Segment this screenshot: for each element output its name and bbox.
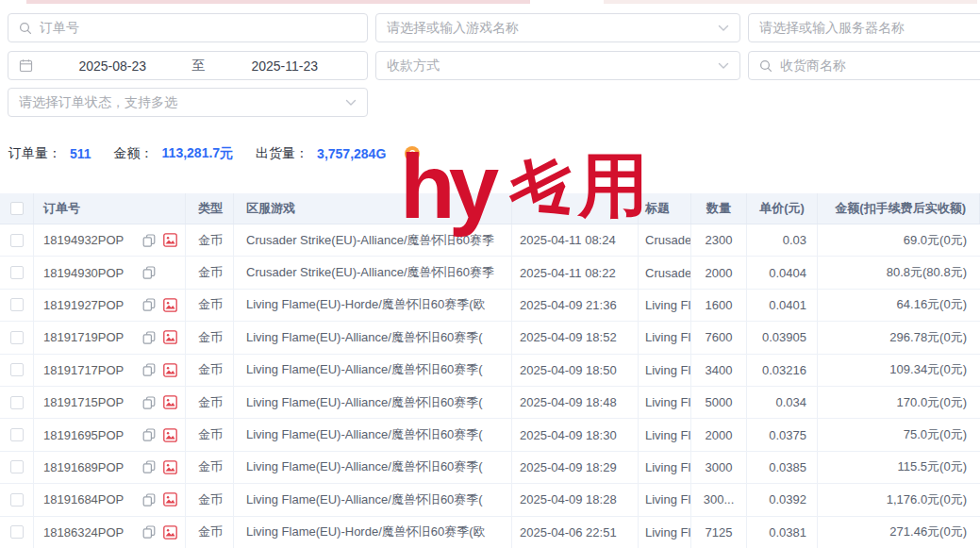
help-question-icon[interactable]: ? xyxy=(405,146,420,161)
amount-cell: 109.34元(0元) xyxy=(818,355,980,386)
row-checkbox[interactable] xyxy=(10,298,24,311)
qty-cell: 300... xyxy=(691,484,747,515)
unit-price-cell: 0.03216 xyxy=(747,355,818,386)
stat-shipment-label: 出货量： xyxy=(256,145,308,162)
copy-icon[interactable] xyxy=(142,396,156,409)
row-checkbox[interactable] xyxy=(10,363,24,376)
order-no-cell: 18191719POP xyxy=(34,322,186,353)
qty-cell: 2000 xyxy=(691,419,747,450)
stat-order-count: 订单量： 511 xyxy=(8,145,91,162)
unit-price-cell: 0.03905 xyxy=(747,322,818,353)
row-select-cell xyxy=(0,290,34,321)
row-checkbox[interactable] xyxy=(10,396,24,409)
unit-price-cell: 0.0404 xyxy=(747,257,818,288)
copy-icon[interactable] xyxy=(142,266,156,279)
header-order-no: 订单号 xyxy=(34,193,186,224)
unit-price-cell: 0.0375 xyxy=(747,419,818,450)
server-name-input[interactable]: 请选择或输入服务器名称 xyxy=(748,13,980,42)
type-cell: 金币 xyxy=(186,257,234,288)
copy-icon[interactable] xyxy=(142,363,156,376)
copy-icon[interactable] xyxy=(142,298,156,311)
order-no-cell: 18194932POP xyxy=(34,224,186,256)
receiver-name-input[interactable]: 收货商名称 xyxy=(748,51,980,80)
qty-cell: 1600 xyxy=(691,290,747,321)
table-row: 18194930POP 金币 Crusader Strike(EU)-Allia… xyxy=(0,257,980,289)
select-all-checkbox[interactable] xyxy=(10,202,24,215)
chevron-down-icon xyxy=(345,99,357,107)
header-time xyxy=(512,193,639,224)
stats-bar: 订单量： 511 金额： 113,281.7元 出货量： 3,757,284G … xyxy=(8,145,420,162)
server-game-cell: Living Flame(EU)-Horde/魔兽怀旧60赛季(欧 xyxy=(234,290,512,321)
server-game-cell: Living Flame(EU)-Alliance/魔兽怀旧60赛季( xyxy=(234,387,512,418)
order-number-input[interactable]: 订单号 xyxy=(8,13,368,42)
row-checkbox[interactable] xyxy=(10,331,24,344)
image-icon[interactable] xyxy=(163,460,177,474)
time-cell: 2025-04-09 18:29 xyxy=(512,452,639,483)
image-icon[interactable] xyxy=(163,233,177,247)
qty-cell: 3400 xyxy=(691,355,747,386)
order-status-select[interactable]: 请选择订单状态，支持多选 xyxy=(8,88,368,117)
type-cell: 金币 xyxy=(186,484,234,515)
row-checkbox[interactable] xyxy=(10,525,24,539)
chevron-down-icon xyxy=(718,62,729,70)
time-cell: 2025-04-09 18:28 xyxy=(512,484,639,515)
order-no-value: 18191715POP xyxy=(43,395,135,409)
time-cell: 2025-04-09 18:52 xyxy=(512,322,639,353)
date-end-value[interactable]: 2025-11-23 xyxy=(213,58,357,74)
header-amount: 金额(扣手续费后实收额) xyxy=(818,193,980,224)
server-game-cell: Living Flame(EU)-Horde/魔兽怀旧60赛季(欧 xyxy=(234,517,512,548)
select-all-cell xyxy=(0,193,34,224)
stat-shipment-value: 3,757,284G xyxy=(317,146,386,161)
image-icon[interactable] xyxy=(163,525,177,540)
image-icon[interactable] xyxy=(163,492,177,506)
image-icon[interactable] xyxy=(163,330,177,344)
copy-icon[interactable] xyxy=(142,493,156,506)
qty-cell: 3000 xyxy=(691,452,747,483)
server-game-cell: Crusader Strike(EU)-Alliance/魔兽怀旧60赛季 xyxy=(234,257,512,288)
title-cell: Living Fl xyxy=(639,322,691,353)
game-name-select[interactable]: 请选择或输入游戏名称 xyxy=(375,13,740,42)
row-checkbox[interactable] xyxy=(10,428,24,441)
table-row: 18191715POP 金币 Living Flame(EU)-Alliance… xyxy=(0,387,980,419)
copy-icon[interactable] xyxy=(142,428,156,441)
copy-icon[interactable] xyxy=(142,331,156,344)
unit-price-cell: 0.034 xyxy=(747,387,818,418)
amount-cell: 115.5元(0元) xyxy=(818,452,980,483)
type-cell: 金币 xyxy=(186,387,234,418)
server-game-cell: Living Flame(EU)-Alliance/魔兽怀旧60赛季( xyxy=(234,452,512,483)
order-no-cell: 18186324POP xyxy=(34,517,186,548)
type-cell: 金币 xyxy=(186,452,234,483)
date-range-picker[interactable]: 2025-08-23 至 2025-11-23 xyxy=(8,51,368,80)
stat-order-count-value: 511 xyxy=(70,146,91,161)
row-checkbox[interactable] xyxy=(10,266,24,279)
game-name-placeholder: 请选择或输入游戏名称 xyxy=(387,20,710,37)
row-checkbox[interactable] xyxy=(10,493,24,506)
unit-price-cell: 0.0385 xyxy=(747,452,818,483)
date-start-value[interactable]: 2025-08-23 xyxy=(41,58,185,74)
copy-icon[interactable] xyxy=(142,234,156,247)
payment-method-select[interactable]: 收款方式 xyxy=(375,51,740,80)
qty-cell: 2000 xyxy=(691,257,747,288)
image-icon[interactable] xyxy=(163,395,177,409)
top-crop-strip-left xyxy=(26,0,530,4)
image-icon[interactable] xyxy=(163,298,177,312)
title-cell: Living Fl xyxy=(639,517,691,548)
server-game-cell: Living Flame(EU)-Alliance/魔兽怀旧60赛季( xyxy=(234,322,512,353)
orders-table-header: 订单号 类型 区服游戏 标题 数量 单价(元) 金额(扣手续费后实收额) xyxy=(0,193,980,224)
row-checkbox[interactable] xyxy=(10,234,24,247)
order-no-cell: 18191684POP xyxy=(34,484,186,515)
type-cell: 金币 xyxy=(186,224,234,256)
header-type: 类型 xyxy=(186,193,234,224)
row-select-cell xyxy=(0,224,34,256)
stat-amount: 金额： 113,281.7元 xyxy=(114,145,234,162)
image-icon[interactable] xyxy=(163,428,177,442)
image-icon[interactable] xyxy=(163,363,177,377)
row-checkbox[interactable] xyxy=(10,460,24,473)
title-cell: Crusade xyxy=(639,224,691,256)
copy-icon[interactable] xyxy=(142,525,156,539)
stat-amount-label: 金额： xyxy=(114,145,154,162)
server-name-placeholder: 请选择或输入服务器名称 xyxy=(759,20,974,37)
copy-icon[interactable] xyxy=(142,460,156,473)
time-cell: 2025-04-11 08:24 xyxy=(512,224,639,256)
type-cell: 金币 xyxy=(186,290,234,321)
